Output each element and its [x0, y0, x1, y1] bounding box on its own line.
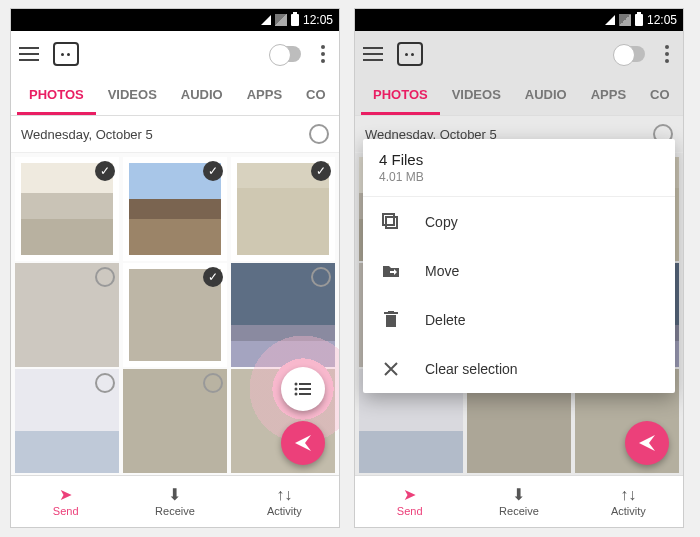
signal-icon [605, 15, 615, 25]
photo-thumb[interactable]: ✓ [123, 263, 227, 367]
check-icon: ✓ [203, 161, 223, 181]
selection-count: 4 Files [379, 151, 659, 168]
menu-label: Move [425, 263, 459, 279]
status-bar: 12:05 [11, 9, 339, 31]
tab-videos[interactable]: VIDEOS [440, 77, 513, 115]
menu-item-move[interactable]: Move [363, 247, 675, 295]
tab-photos[interactable]: PHOTOS [17, 77, 96, 115]
nav-label: Activity [267, 505, 302, 517]
send-fab[interactable] [625, 421, 669, 465]
bottom-nav: ➤ Send ⬇ Receive ↑↓ Activity [355, 475, 683, 527]
photo-thumb[interactable]: ✓ [231, 157, 335, 261]
svg-rect-5 [299, 393, 311, 395]
select-ring-icon [203, 373, 223, 393]
check-icon: ✓ [95, 161, 115, 181]
nav-activity[interactable]: ↑↓ Activity [230, 476, 339, 527]
menu-label: Clear selection [425, 361, 518, 377]
svg-rect-10 [388, 311, 394, 312]
tab-videos[interactable]: VIDEOS [96, 77, 169, 115]
menu-label: Copy [425, 214, 458, 230]
clock: 12:05 [647, 13, 677, 27]
app-logo-icon[interactable] [397, 42, 423, 66]
app-bar [11, 31, 339, 77]
menu-icon[interactable] [363, 47, 383, 61]
menu-label: Delete [425, 312, 465, 328]
phone-right: 12:05 PHOTOS VIDEOS AUDIO APPS CO Wednes… [354, 8, 684, 528]
photo-thumb[interactable] [15, 263, 119, 367]
nav-send[interactable]: ➤ Send [11, 476, 120, 527]
status-bar: 12:05 [355, 9, 683, 31]
svg-point-4 [295, 393, 298, 396]
nav-activity[interactable]: ↑↓ Activity [574, 476, 683, 527]
select-ring-icon [95, 373, 115, 393]
nav-label: Receive [499, 505, 539, 517]
nav-receive[interactable]: ⬇ Receive [120, 476, 229, 527]
category-tabs: PHOTOS VIDEOS AUDIO APPS CO [11, 77, 339, 116]
cast-toggle[interactable] [615, 46, 645, 62]
clock: 12:05 [303, 13, 333, 27]
select-ring-icon [95, 267, 115, 287]
battery-icon [635, 14, 643, 26]
overflow-icon[interactable] [659, 45, 675, 63]
check-icon: ✓ [203, 267, 223, 287]
select-ring-icon [311, 267, 331, 287]
send-icon: ➤ [403, 487, 416, 503]
download-icon: ⬇ [512, 487, 525, 503]
nav-send[interactable]: ➤ Send [355, 476, 464, 527]
overflow-icon[interactable] [315, 45, 331, 63]
tab-more[interactable]: CO [294, 77, 338, 115]
date-section-header: Wednesday, October 5 [11, 116, 339, 153]
menu-item-delete[interactable]: Delete [363, 295, 675, 345]
photo-thumb[interactable]: ✓ [123, 157, 227, 261]
tab-more[interactable]: CO [638, 77, 682, 115]
svg-rect-9 [384, 312, 398, 314]
photo-thumb[interactable] [15, 369, 119, 473]
svg-point-0 [295, 383, 298, 386]
send-icon: ➤ [59, 487, 72, 503]
app-bar [355, 31, 683, 77]
phone-left: 12:05 PHOTOS VIDEOS AUDIO APPS CO Wednes… [10, 8, 340, 528]
move-icon [381, 263, 401, 279]
svg-rect-6 [386, 217, 397, 228]
nosim-icon [275, 14, 287, 26]
activity-icon: ↑↓ [276, 487, 292, 503]
cast-toggle[interactable] [271, 46, 301, 62]
nav-label: Receive [155, 505, 195, 517]
nav-label: Send [53, 505, 79, 517]
nosim-icon [619, 14, 631, 26]
menu-item-copy[interactable]: Copy [363, 197, 675, 247]
svg-rect-8 [386, 315, 396, 327]
battery-icon [291, 14, 299, 26]
send-icon [637, 433, 657, 453]
list-fab[interactable] [281, 367, 325, 411]
svg-point-2 [295, 388, 298, 391]
selection-action-menu: 4 Files 4.01 MB Copy Move Delete [363, 139, 675, 393]
svg-rect-7 [383, 214, 394, 225]
list-icon [294, 382, 312, 396]
tab-audio[interactable]: AUDIO [513, 77, 579, 115]
menu-header: 4 Files 4.01 MB [363, 139, 675, 197]
download-icon: ⬇ [168, 487, 181, 503]
photo-thumb[interactable]: ✓ [15, 157, 119, 261]
nav-receive[interactable]: ⬇ Receive [464, 476, 573, 527]
app-logo-icon[interactable] [53, 42, 79, 66]
bottom-nav: ➤ Send ⬇ Receive ↑↓ Activity [11, 475, 339, 527]
photo-thumb[interactable] [123, 369, 227, 473]
tab-apps[interactable]: APPS [235, 77, 294, 115]
tab-apps[interactable]: APPS [579, 77, 638, 115]
activity-icon: ↑↓ [620, 487, 636, 503]
tab-audio[interactable]: AUDIO [169, 77, 235, 115]
nav-label: Send [397, 505, 423, 517]
svg-rect-3 [299, 388, 311, 390]
trash-icon [381, 311, 401, 329]
tab-photos[interactable]: PHOTOS [361, 77, 440, 115]
select-all-toggle[interactable] [309, 124, 329, 144]
photo-thumb[interactable] [231, 263, 335, 367]
copy-icon [381, 213, 401, 231]
menu-icon[interactable] [19, 47, 39, 61]
close-icon [381, 361, 401, 377]
menu-item-clear[interactable]: Clear selection [363, 345, 675, 393]
nav-label: Activity [611, 505, 646, 517]
send-fab[interactable] [281, 421, 325, 465]
signal-icon [261, 15, 271, 25]
